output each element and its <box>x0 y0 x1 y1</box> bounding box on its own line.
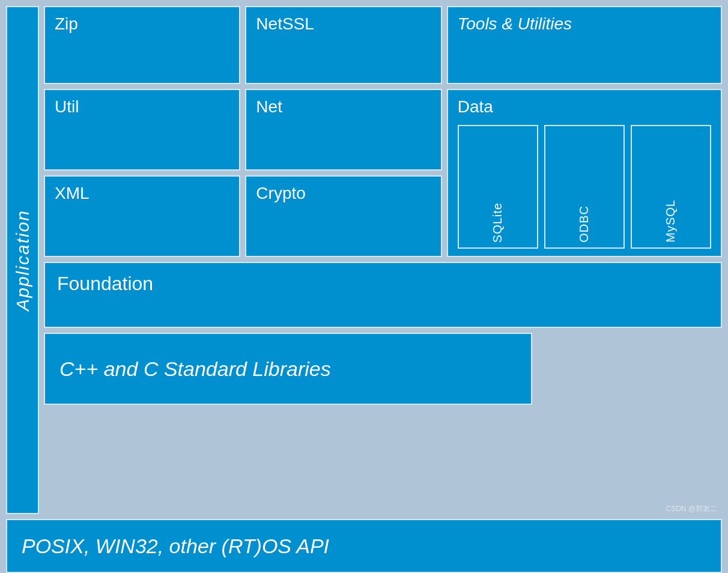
odbc-cell: ODBC <box>544 125 625 249</box>
cpp-label: C++ and C Standard Libraries <box>59 357 331 381</box>
odbc-label: ODBC <box>577 205 591 243</box>
foundation-label: Foundation <box>57 273 153 294</box>
xml-cell: XML <box>44 175 240 257</box>
foundation-cell: Foundation <box>44 262 722 328</box>
sqlite-cell: SQLite <box>458 125 538 249</box>
content-area: Zip NetSSL Tools & Utilities Util Net Da <box>44 6 722 514</box>
util-label: Util <box>55 97 79 117</box>
cpp-cell: C++ and C Standard Libraries <box>44 333 532 405</box>
sqlite-label: SQLite <box>491 202 505 243</box>
util-cell: Util <box>44 89 240 171</box>
tools-label: Tools & Utilities <box>458 14 572 34</box>
data-sub-items: SQLite ODBC MySQL <box>458 125 711 249</box>
mysql-cell: MySQL <box>631 125 711 249</box>
mysql-label: MySQL <box>664 199 678 243</box>
outer-wrapper: Application Zip NetSSL Tools & Utilities… <box>0 0 728 573</box>
application-label: Application <box>6 6 39 514</box>
crypto-label: Crypto <box>256 184 305 203</box>
data-cell: Data SQLite ODBC MySQL <box>447 89 722 257</box>
data-label: Data <box>458 97 493 117</box>
zip-cell: Zip <box>44 6 240 84</box>
posix-label: POSIX, WIN32, other (RT)OS API <box>22 535 329 558</box>
net-cell: Net <box>245 89 441 171</box>
zip-label: Zip <box>55 14 78 34</box>
main-area: Application Zip NetSSL Tools & Utilities… <box>6 6 722 514</box>
xml-label: XML <box>55 184 89 203</box>
watermark: CSDN @郭老二 <box>666 504 717 514</box>
posix-bar: POSIX, WIN32, other (RT)OS API <box>6 519 722 573</box>
crypto-cell: Crypto <box>245 175 441 257</box>
net-label: Net <box>256 97 282 117</box>
top-grid: Zip NetSSL Tools & Utilities Util Net Da <box>44 6 722 257</box>
netssl-cell: NetSSL <box>245 6 441 84</box>
tools-cell: Tools & Utilities <box>447 6 722 84</box>
application-text: Application <box>13 210 33 311</box>
netssl-label: NetSSL <box>256 14 314 34</box>
